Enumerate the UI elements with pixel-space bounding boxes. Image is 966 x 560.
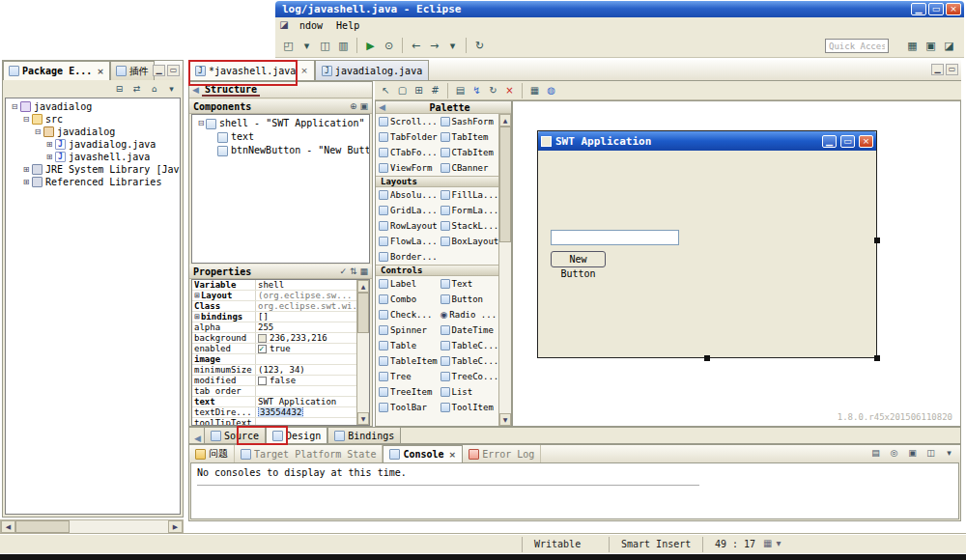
palette-item-scrolled[interactable]: Scroll... — [376, 114, 438, 129]
property-row[interactable]: ⊞bindings [] — [192, 312, 369, 322]
preview-text-field[interactable] — [551, 230, 679, 245]
property-value[interactable]: 33554432 — [256, 407, 369, 417]
expand-icon[interactable]: ⊞ — [194, 291, 200, 300]
palette-item-flowlayout[interactable]: FlowLa... — [376, 234, 438, 249]
palette-item-radiobutton[interactable]: ◉Radio ... — [438, 307, 499, 322]
palette-item-toolitem[interactable]: ToolItem — [438, 400, 499, 415]
palette-item-formlayout[interactable]: FormLa... — [438, 203, 499, 218]
palette-item-gridlayout[interactable]: GridLa... — [376, 203, 438, 218]
perspective-grid-icon[interactable]: ▦ — [903, 37, 922, 55]
palette-item-treecolumn[interactable]: TreeCo... — [438, 369, 499, 384]
design-canvas[interactable]: SWT Application ▁ ▭ × New Button 1.8.0.r… — [512, 100, 961, 427]
tab-console[interactable]: Console × — [383, 445, 463, 462]
console-menu-icon[interactable]: ▾ — [942, 447, 956, 461]
scrollbar-thumb[interactable] — [15, 520, 70, 533]
tree-item-jre-library[interactable]: ⊞ JRE System Library [JavaSE-1... — [6, 163, 180, 176]
preview-minimize-button[interactable]: ▁ — [822, 135, 837, 148]
close-button[interactable]: × — [946, 3, 961, 15]
expander-icon[interactable]: ⊟ — [21, 113, 31, 126]
tab-bindings[interactable]: Bindings — [327, 427, 401, 443]
maximize-button[interactable]: ▭ — [928, 3, 944, 15]
maximize-view-icon[interactable]: ▭ — [167, 65, 180, 76]
expand-all-icon[interactable]: ⊕ — [350, 101, 357, 111]
editor-tab-javadialog[interactable]: J javadialog.java — [315, 60, 429, 80]
marquee-icon[interactable]: ▢ — [394, 83, 411, 98]
scroll-right-icon[interactable]: ▶ — [168, 520, 183, 533]
window-menu-icon[interactable]: ◪ — [277, 19, 291, 32]
save-icon[interactable]: ◫ — [316, 37, 334, 55]
palette-item-toolbar[interactable]: ToolBar — [376, 400, 438, 415]
tree-item-project[interactable]: ⊟ javadialog — [6, 100, 180, 113]
palette-section-controls[interactable]: Controls — [376, 265, 498, 276]
choose-component-icon[interactable]: ⊞ — [411, 83, 427, 98]
perspective-debug-icon[interactable]: ◪ — [940, 37, 958, 55]
property-value[interactable]: (123, 34) — [256, 365, 369, 375]
selected-value[interactable]: 33554432 — [258, 407, 303, 417]
status-menu-icon[interactable]: ▾ — [776, 538, 781, 548]
property-value[interactable]: true — [256, 344, 369, 353]
tab-plugin[interactable]: 插件 — [110, 61, 155, 80]
scroll-left-icon[interactable]: ◀ — [1, 520, 15, 533]
flyout-left-icon[interactable]: ◀ — [376, 102, 388, 112]
property-row[interactable]: Class org.eclipse.swt.wi... — [192, 301, 369, 312]
property-value[interactable]: (org.eclipse.sw... — [256, 291, 369, 300]
component-shell[interactable]: ⊟ shell - "SWT Application" — [192, 117, 369, 130]
palette-item-ctabitem[interactable]: CTabItem — [438, 145, 499, 160]
expander-icon[interactable]: ⊞ — [44, 138, 54, 151]
palette-item-boxlayout[interactable]: BoxLayout — [438, 234, 499, 249]
view-menu-icon[interactable]: ▾ — [164, 82, 179, 96]
property-row[interactable]: ⊞Layout (org.eclipse.sw... — [192, 291, 369, 301]
preview-new-button[interactable]: New Button — [551, 251, 606, 267]
tree-item-referenced-libraries[interactable]: ⊞ Referenced Libraries — [6, 176, 180, 188]
component-text[interactable]: text — [192, 130, 369, 144]
properties-scrollbar[interactable]: ▲ ▼ — [356, 280, 369, 425]
palette-header[interactable]: ◀ Palette — [376, 101, 511, 114]
expander-icon[interactable]: ⊟ — [33, 126, 43, 138]
palette-item-table[interactable]: Table — [376, 338, 438, 353]
property-value[interactable]: SWT Application — [256, 397, 369, 406]
editor-tab-javashell[interactable]: J *javashell.java × — [188, 60, 315, 80]
palette-item-stacklayout[interactable]: StackL... — [438, 218, 499, 234]
property-value[interactable] — [256, 418, 369, 426]
palette-item-rowlayout[interactable]: RowLayout — [376, 218, 438, 234]
expander-icon[interactable]: ⊟ — [10, 100, 19, 113]
property-row[interactable]: Variable shell — [192, 280, 369, 291]
expander-icon[interactable]: ⊟ — [196, 117, 206, 130]
palette-item-tabitem[interactable]: TabItem — [438, 129, 499, 145]
palette-scrollbar[interactable]: ▲ ▼ — [498, 114, 511, 426]
palette-item-button[interactable]: Button — [438, 292, 499, 307]
link-editor-icon[interactable]: ⇄ — [129, 82, 144, 96]
home-icon[interactable]: ⌂ — [147, 82, 161, 96]
palette-item-filllayout[interactable]: FillLa... — [438, 187, 499, 203]
property-value[interactable]: org.eclipse.swt.wi... — [256, 301, 369, 311]
palette-item-label[interactable]: Label — [376, 276, 438, 292]
console-content[interactable]: No consoles to display at this time. — [190, 462, 959, 519]
property-value[interactable] — [256, 354, 369, 364]
dropdown-icon[interactable]: ▾ — [298, 37, 316, 55]
grid-icon[interactable]: ▦ — [359, 266, 368, 276]
refresh-icon[interactable]: ↻ — [470, 37, 489, 55]
property-row[interactable]: textDire... 33554432 — [192, 407, 369, 418]
scrollbar-thumb[interactable] — [499, 126, 511, 242]
tab-order-icon[interactable]: # — [427, 83, 443, 98]
check-icon[interactable]: ✓ — [339, 266, 347, 276]
checkbox-unchecked-icon[interactable] — [258, 377, 267, 385]
align-icon[interactable]: ▤ — [452, 83, 469, 98]
tree-item-javadialog-java[interactable]: ⊞ J javadialog.java — [6, 138, 180, 151]
scroll-down-icon[interactable]: ▼ — [499, 413, 511, 426]
property-row[interactable]: alpha 255 — [192, 322, 369, 333]
menu-help[interactable]: Help — [329, 19, 366, 32]
property-row[interactable]: minimumSize (123, 34) — [192, 365, 369, 376]
scrollbar-track[interactable] — [70, 520, 168, 533]
tab-design[interactable]: Design — [266, 427, 327, 443]
tab-target-platform-state[interactable]: Target Platform State — [235, 445, 383, 462]
property-value[interactable]: false — [256, 376, 369, 385]
flyout-left-icon[interactable]: ◀ — [191, 434, 204, 443]
display-selected-icon[interactable]: ▣ — [905, 447, 920, 461]
progress-icon[interactable]: ▦ — [763, 538, 772, 548]
checkbox-checked-icon[interactable] — [258, 345, 267, 353]
menu-window[interactable]: ndow — [293, 19, 329, 32]
palette-item-borderlayout[interactable]: Border... — [376, 249, 438, 265]
tab-error-log[interactable]: Error Log — [463, 445, 541, 462]
window-titlebar[interactable]: log/javashell.java - Eclipse ▁ ▭ × — [275, 1, 964, 17]
